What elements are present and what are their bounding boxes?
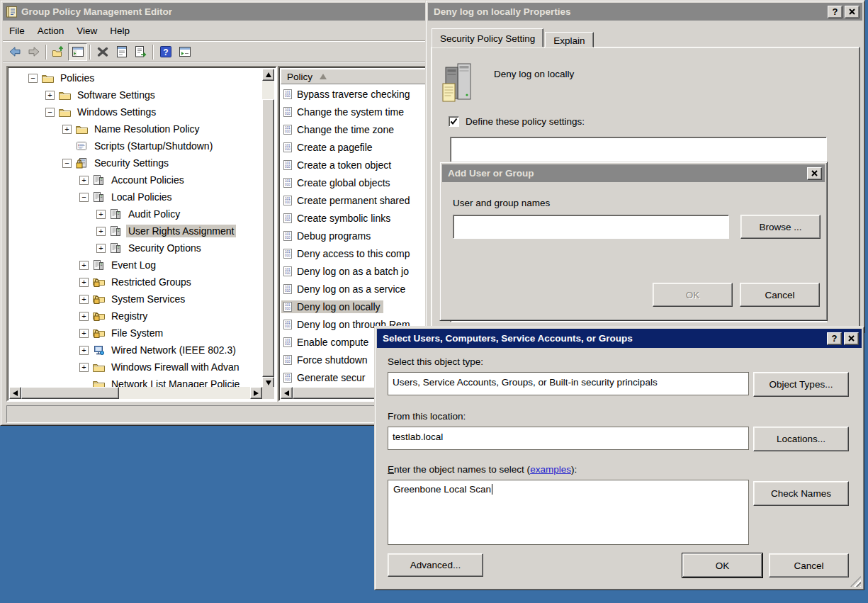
tree-item-local-policies[interactable]: −Local Policies [10, 188, 261, 205]
policy-item-content[interactable]: 101010Change the time zone [281, 123, 397, 136]
policy-item-create-a-token-object[interactable]: 101010Create a token object [281, 156, 429, 174]
expand-icon[interactable]: + [96, 227, 106, 236]
tree-item-label[interactable]: Local Policies [109, 191, 174, 203]
policy-item-content[interactable]: 101010Enable compute [281, 336, 371, 349]
toolbar-show-console-tree-button[interactable] [68, 43, 87, 61]
policy-item-deny-access-to-this-comp[interactable]: 101010Deny access to this comp [281, 244, 429, 262]
examples-link[interactable]: examples [530, 464, 571, 475]
object-names-textarea[interactable]: Greenbone Local Scan [388, 480, 749, 545]
tree-item-network-list-manager-policie[interactable]: Network List Manager Policie [10, 376, 261, 387]
tree-item-label[interactable]: Network List Manager Policie [109, 378, 242, 387]
cancel-button[interactable]: Cancel [769, 553, 849, 577]
tab-security-policy-setting[interactable]: Security Policy Setting [432, 28, 543, 47]
help-button[interactable]: ? [827, 332, 842, 345]
tree-item-security-settings[interactable]: −Security Settings [10, 154, 261, 171]
policy-item-change-the-time-zone[interactable]: 101010Change the time zone [281, 120, 429, 138]
tree-item-label[interactable]: Event Log [109, 259, 158, 271]
tree-item-label[interactable]: Security Options [126, 242, 203, 254]
collapse-icon[interactable]: − [79, 193, 89, 202]
expand-icon[interactable]: + [96, 244, 106, 253]
object-types-button[interactable]: Object Types... [753, 372, 849, 397]
menu-file[interactable]: File [3, 24, 31, 38]
collapse-icon[interactable]: − [45, 108, 55, 117]
tree-item-name-resolution-policy[interactable]: +Name Resolution Policy [10, 120, 261, 137]
tree-item-restricted-groups[interactable]: +Restricted Groups [10, 274, 261, 291]
tree-item-registry[interactable]: +Registry [10, 308, 261, 325]
policy-item-content[interactable]: 101010Deny log on as a service [281, 283, 408, 295]
menu-help[interactable]: Help [103, 24, 136, 38]
expand-icon[interactable]: + [79, 312, 89, 321]
ok-button[interactable]: OK [653, 283, 733, 307]
tree-item-label[interactable]: Wired Network (IEEE 802.3) [109, 344, 238, 356]
toolbar-forward-button[interactable] [24, 43, 43, 61]
tree-item-user-rights-assignment[interactable]: +User Rights Assignment [10, 222, 261, 239]
tree-item-label[interactable]: System Services [109, 293, 187, 305]
add-user-titlebar[interactable]: Add User or Group [442, 164, 825, 182]
policy-item-content[interactable]: 101010Bypass traverse checking [281, 88, 413, 101]
tree-item-label[interactable]: File System [109, 327, 165, 339]
policy-column-header[interactable]: Policy [281, 69, 429, 84]
tree-item-label[interactable]: Registry [109, 310, 150, 322]
ok-button[interactable]: OK [682, 553, 762, 577]
tree-item-software-settings[interactable]: +Software Settings [10, 86, 261, 103]
tree-item-windows-settings[interactable]: −Windows Settings [10, 103, 261, 120]
toolbar-export-list-button[interactable] [131, 43, 150, 61]
expand-icon[interactable]: + [62, 125, 72, 134]
resize-grip[interactable] [850, 576, 861, 587]
advanced-button[interactable]: Advanced... [388, 553, 483, 577]
policy-item-content[interactable]: 101010Create global objects [281, 176, 393, 189]
expand-icon[interactable]: + [79, 176, 89, 185]
expand-icon[interactable]: + [79, 329, 89, 338]
scrollbar-track[interactable] [262, 81, 274, 99]
expand-icon[interactable]: + [96, 210, 106, 219]
policy-item-content[interactable]: 101010Deny log on as a batch jo [281, 265, 412, 278]
toolbar-back-button[interactable] [5, 43, 24, 61]
tree-item-label[interactable]: Audit Policy [126, 208, 182, 220]
menu-view[interactable]: View [70, 24, 103, 38]
collapse-icon[interactable]: − [62, 159, 72, 168]
scrollbar-thumb[interactable] [293, 387, 378, 399]
policy-item-content[interactable]: 101010Create permanent shared [281, 194, 413, 207]
policy-item-change-the-system-time[interactable]: 101010Change the system time [281, 103, 429, 120]
select-users-titlebar[interactable]: Select Users, Computers, Service Account… [377, 329, 862, 348]
scroll-left-icon[interactable] [281, 387, 293, 399]
expand-icon[interactable]: + [79, 363, 89, 372]
policy-item-create-a-pagefile[interactable]: 101010Create a pagefile [281, 138, 429, 156]
close-icon[interactable] [807, 167, 822, 180]
policy-item-deny-log-on-locally[interactable]: 101010Deny log on locally [281, 298, 429, 315]
tree-item-system-services[interactable]: +System Services [10, 291, 261, 308]
policy-item-create-global-objects[interactable]: 101010Create global objects [281, 174, 429, 191]
policy-item-create-permanent-shared[interactable]: 101010Create permanent shared [281, 191, 429, 209]
expand-icon[interactable]: + [79, 278, 89, 287]
tree-item-label[interactable]: Software Settings [75, 89, 157, 101]
policy-item-deny-log-on-as-a-service[interactable]: 101010Deny log on as a service [281, 280, 429, 298]
check-names-button[interactable]: Check Names [753, 481, 849, 506]
tree-item-policies[interactable]: −Policies [10, 69, 261, 86]
tree-item-wired-network-ieee-802-3[interactable]: +Wired Network (IEEE 802.3) [10, 342, 261, 359]
expand-icon[interactable]: + [79, 346, 89, 355]
define-policy-checkbox[interactable] [449, 116, 459, 127]
policy-item-content[interactable]: 101010Debug programs [281, 230, 373, 242]
toolbar-delete-button[interactable] [93, 43, 112, 61]
expand-icon[interactable]: + [45, 91, 55, 100]
tree-item-label[interactable]: Security Settings [92, 157, 171, 169]
tree-item-security-options[interactable]: +Security Options [10, 239, 261, 257]
expand-icon[interactable]: + [79, 261, 89, 270]
toolbar-help-button[interactable]: ? [156, 43, 175, 61]
tree-item-windows-firewall-with-advan[interactable]: +Windows Firewall with Advan [10, 359, 261, 376]
scrollbar-thumb[interactable] [262, 99, 274, 377]
tree-item-audit-policy[interactable]: +Audit Policy [10, 205, 261, 222]
properties-titlebar[interactable]: Deny log on locally Properties ? [428, 3, 862, 21]
menu-action[interactable]: Action [31, 24, 71, 38]
policy-item-content[interactable]: 101010Create a pagefile [281, 141, 376, 154]
policy-item-deny-log-on-as-a-batch-jo[interactable]: 101010Deny log on as a batch jo [281, 262, 429, 280]
tree-item-label[interactable]: Name Resolution Policy [92, 123, 202, 135]
tree-item-label[interactable]: Windows Settings [75, 106, 158, 118]
policy-item-content[interactable]: 101010Force shutdown [281, 354, 371, 366]
policy-item-content[interactable]: 101010Generate secur [281, 371, 368, 384]
tree-item-label[interactable]: Policies [58, 72, 96, 84]
tree-item-account-policies[interactable]: +Account Policies [10, 171, 261, 188]
policy-item-content[interactable]: 101010Create a token object [281, 159, 394, 171]
tab-explain[interactable]: Explain [545, 32, 593, 47]
cancel-button[interactable]: Cancel [740, 283, 820, 307]
